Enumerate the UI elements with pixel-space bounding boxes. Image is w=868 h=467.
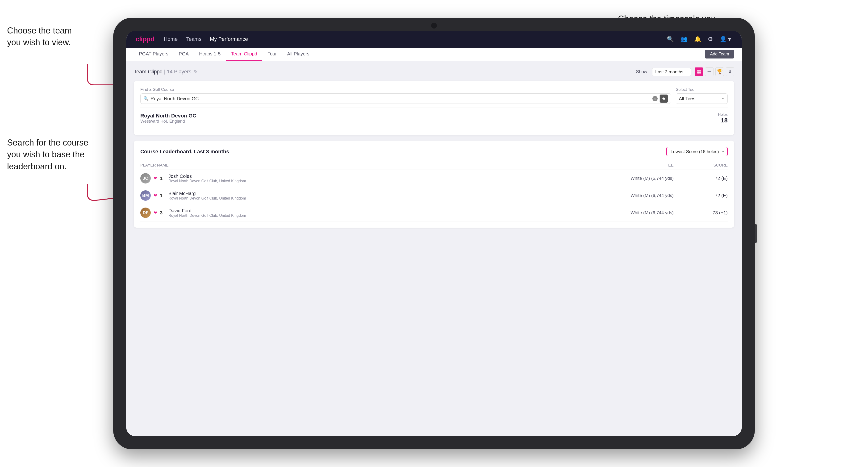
nav-home[interactable]: Home	[164, 36, 178, 42]
navbar: clippd Home Teams My Performance 🔍 👥 🔔 ⚙…	[126, 31, 742, 48]
course-search-input[interactable]	[151, 96, 651, 101]
score-cell: 73 (+1)	[674, 204, 728, 221]
team-title-area: Team Clippd | 14 Players ✎	[134, 69, 198, 75]
select-tee-label: Select Tee	[676, 87, 728, 92]
tab-tour[interactable]: Tour	[262, 48, 282, 61]
leaderboard-table: PLAYER NAME TEE SCORE	[140, 161, 728, 221]
nav-my-performance[interactable]: My Performance	[210, 36, 248, 42]
leaderboard-title: Course Leaderboard, Last 3 months	[140, 149, 229, 155]
annotation-course-search: Search for the courseyou wish to base th…	[7, 137, 92, 173]
course-result: Royal North Devon GC Westward Ho!, Engla…	[140, 107, 728, 129]
heart-icon[interactable]: ❤	[154, 193, 157, 198]
ipad-device: clippd Home Teams My Performance 🔍 👥 🔔 ⚙…	[113, 18, 755, 449]
heart-icon[interactable]: ❤	[154, 176, 157, 181]
team-controls: Show: Last 3 months ▦ ☰ 🏆 ⇓	[636, 67, 734, 76]
tee-cell: White (M) (6,744 yds)	[519, 170, 674, 187]
player-name: Blair McHarg	[168, 191, 246, 196]
find-course-label: Find a Golf Course	[140, 87, 671, 92]
team-header: Team Clippd | 14 Players ✎ Show: Last 3 …	[134, 67, 734, 76]
score-cell: 72 (E)	[674, 170, 728, 187]
search-clear-button[interactable]: ✕	[652, 96, 658, 101]
player-cell: DF ❤ 3 David Ford Royal North Devon Golf…	[140, 204, 519, 221]
tee-field-group: Select Tee All Tees	[676, 87, 728, 104]
course-field-group: Find a Golf Course 🔍 ✕ ★	[140, 87, 671, 104]
course-result-location: Westward Ho!, England	[140, 119, 196, 124]
table-row: JC ❤ 1 Josh Coles Royal North Devon Golf…	[140, 170, 728, 187]
app-logo: clippd	[135, 35, 154, 43]
ipad-camera	[431, 23, 437, 29]
course-result-info: Royal North Devon GC Westward Ho!, Engla…	[140, 113, 196, 124]
ipad-screen: clippd Home Teams My Performance 🔍 👥 🔔 ⚙…	[126, 31, 742, 436]
avatar: JC	[140, 173, 151, 184]
tab-pgat-players[interactable]: PGAT Players	[134, 48, 174, 61]
holes-label: Holes	[718, 113, 728, 117]
player-rank: 3	[160, 210, 165, 216]
settings-icon[interactable]: ⚙	[708, 36, 713, 42]
annotation-team-choice: Choose the team you wish to view.	[7, 25, 87, 49]
navbar-right: 🔍 👥 🔔 ⚙ 👤▼	[667, 36, 733, 42]
col-player: PLAYER NAME	[140, 161, 519, 170]
col-score: SCORE	[674, 161, 728, 170]
player-rank: 1	[160, 176, 165, 181]
search-section: Find a Golf Course 🔍 ✕ ★ Select Tee	[140, 87, 728, 104]
download-button[interactable]: ⇓	[726, 67, 734, 76]
table-row: BM ❤ 1 Blair McHarg Royal North Devon Go…	[140, 187, 728, 204]
col-tee: TEE	[519, 161, 674, 170]
ipad-body: clippd Home Teams My Performance 🔍 👥 🔔 ⚙…	[113, 18, 755, 449]
nav-links: Home Teams My Performance	[164, 36, 248, 42]
player-club: Royal North Devon Golf Club, United King…	[168, 179, 246, 183]
tab-hcaps[interactable]: Hcaps 1-5	[194, 48, 226, 61]
tab-all-players[interactable]: All Players	[282, 48, 314, 61]
search-icon: 🔍	[144, 96, 149, 101]
player-cell: BM ❤ 1 Blair McHarg Royal North Devon Go…	[140, 187, 519, 204]
edit-team-icon[interactable]: ✎	[194, 69, 198, 74]
score-cell: 72 (E)	[674, 187, 728, 204]
view-icons: ▦ ☰ 🏆 ⇓	[695, 67, 734, 76]
table-row: DF ❤ 3 David Ford Royal North Devon Golf…	[140, 204, 728, 221]
tee-cell: White (M) (6,744 yds)	[519, 204, 674, 221]
player-rank: 1	[160, 193, 165, 198]
holes-value: 18	[718, 117, 728, 124]
tab-pga[interactable]: PGA	[174, 48, 194, 61]
sub-nav-right: Add Team	[705, 50, 734, 59]
tab-team-clippd[interactable]: Team Clippd	[226, 48, 262, 61]
player-name: Josh Coles	[168, 174, 246, 179]
profile-icon[interactable]: 👤▼	[720, 36, 733, 42]
player-club: Royal North Devon Golf Club, United King…	[168, 196, 246, 200]
sub-nav: PGAT Players PGA Hcaps 1-5 Team Clippd T…	[126, 48, 742, 61]
course-search-wrapper: 🔍 ✕ ★	[140, 93, 671, 104]
star-button[interactable]: ★	[659, 94, 668, 103]
nav-teams[interactable]: Teams	[186, 36, 202, 42]
show-dropdown[interactable]: Last 3 months	[652, 68, 691, 76]
list-view-button[interactable]: ☰	[705, 67, 714, 76]
users-icon[interactable]: 👥	[680, 36, 687, 42]
leaderboard-header: Course Leaderboard, Last 3 months Lowest…	[140, 147, 728, 156]
grid-view-button[interactable]: ▦	[695, 67, 703, 76]
player-cell: JC ❤ 1 Josh Coles Royal North Devon Golf…	[140, 170, 519, 187]
tee-select[interactable]: All Tees	[676, 93, 728, 104]
show-dropdown-wrapper: Last 3 months	[652, 68, 691, 76]
tee-cell: White (M) (6,744 yds)	[519, 187, 674, 204]
player-name: David Ford	[168, 208, 246, 214]
player-club: Royal North Devon Golf Club, United King…	[168, 214, 246, 218]
team-title: Team Clippd | 14 Players	[134, 69, 191, 75]
search-icon[interactable]: 🔍	[667, 36, 674, 42]
notifications-icon[interactable]: 🔔	[694, 36, 701, 42]
avatar: BM	[140, 190, 151, 201]
course-search-card: Find a Golf Course 🔍 ✕ ★ Select Tee	[134, 81, 734, 135]
score-type-dropdown[interactable]: Lowest Score (18 holes)	[666, 147, 728, 156]
trophy-view-button[interactable]: 🏆	[715, 67, 724, 76]
add-team-button[interactable]: Add Team	[705, 50, 734, 59]
course-holes: Holes 18	[718, 113, 728, 124]
course-result-name: Royal North Devon GC	[140, 113, 196, 119]
heart-icon[interactable]: ❤	[154, 210, 157, 215]
avatar: DF	[140, 208, 151, 218]
main-content: Team Clippd | 14 Players ✎ Show: Last 3 …	[126, 61, 742, 436]
leaderboard-card: Course Leaderboard, Last 3 months Lowest…	[134, 141, 734, 228]
ipad-side-button	[755, 224, 757, 243]
show-label: Show:	[636, 69, 648, 74]
